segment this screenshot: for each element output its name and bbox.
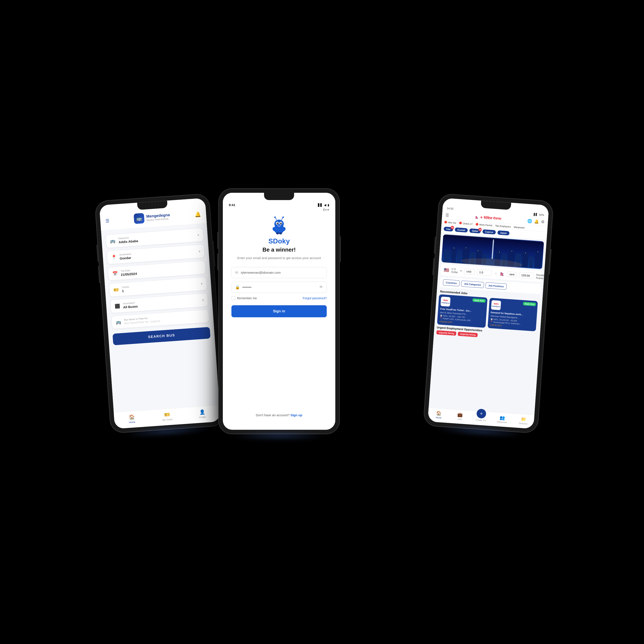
- p1-nav-ticket-label: My Ticket: [162, 418, 172, 421]
- association-icon: ⬛: [114, 303, 120, 309]
- p3-nav-manpower[interactable]: 👥 Manpower: [491, 414, 513, 424]
- tickets-field[interactable]: 🎫 Tickets 1 ▾: [109, 277, 207, 297]
- p3-tag-qatar[interactable]: Qatar14: [469, 228, 481, 234]
- p2-password-group: 🔒 👁: [231, 282, 327, 293]
- p3-ql-employers[interactable]: Top Employers: [495, 224, 511, 228]
- p1-logo-icon: 🚌: [134, 213, 144, 224]
- eye-icon[interactable]: 👁: [319, 285, 323, 289]
- p3-urgently-hiring-1: Urgently Hiring: [436, 330, 456, 336]
- svg-point-1: [274, 220, 284, 228]
- svg-point-9: [274, 217, 276, 218]
- p3-job-card-2[interactable]: सिप्रेसOVERSEAS Apply Now Demand for Nep…: [488, 298, 538, 331]
- p3-nav-jobs[interactable]: 💼 Jobs: [449, 412, 471, 421]
- create-cv-button[interactable]: +: [476, 409, 486, 419]
- p3-tag-cyprus[interactable]: Cyprus: [482, 229, 496, 234]
- p3-nav-create-label: Create CV: [476, 419, 486, 422]
- departure-field[interactable]: 🚌 Departure Addis Ababa ▾: [106, 228, 204, 248]
- hamburger-icon[interactable]: ☰: [105, 218, 109, 223]
- p3-nav-home[interactable]: 🏠 Home: [428, 410, 450, 420]
- p3-tag-uae[interactable]: Uae44: [444, 227, 453, 232]
- p3-flag-np: 🇳🇵: [475, 215, 479, 219]
- signin-button[interactable]: Sign in: [231, 305, 327, 317]
- job-categories-button[interactable]: Job Categories: [461, 281, 484, 288]
- p1-body: 🚌 Departure Addis Ababa ▾ 📍 Destination …: [101, 223, 219, 412]
- p3-currency-dropdown[interactable]: ▾: [460, 269, 462, 273]
- p3-ql-hire[interactable]: 🔴 Hire me: [444, 221, 456, 224]
- p3-nav-directory-label: Directory: [519, 422, 528, 425]
- p2-remember-row: Remember me Forgot password?: [231, 296, 327, 300]
- p3-status-icons: ▋▋ 32%: [534, 213, 544, 217]
- signup-link[interactable]: Sign up: [290, 413, 302, 417]
- p3-nav-create[interactable]: + Create CV: [470, 413, 492, 422]
- p3-ql-manpower[interactable]: Manpower: [514, 225, 525, 229]
- p3-directory-icon: 📁: [521, 416, 526, 422]
- p1-nav-home[interactable]: 🏠 Home: [114, 413, 150, 425]
- p3-bell-icon[interactable]: 🔔: [534, 219, 539, 224]
- p2-status-icons: ▋▋ ◀ ▮: [318, 203, 329, 207]
- p3-job-card-1[interactable]: सिप्रेसOVERSEAS Apply Now Free Visa/Free…: [437, 294, 488, 328]
- p3-npr-code[interactable]: [507, 271, 517, 278]
- trip-date-field[interactable]: 📅 Trip Date 21/05/2024: [108, 261, 206, 281]
- signup-text: Don't have an account?: [256, 413, 290, 417]
- p3-npr-value[interactable]: [519, 272, 534, 279]
- remember-checkbox[interactable]: [231, 296, 235, 300]
- p2-app-name: SDoky: [268, 237, 290, 245]
- phone-center-screen: 9:41 ▋▋ ◀ ▮ En ▾: [223, 193, 335, 430]
- destination-field[interactable]: 📍 Destination Gondar ▾: [107, 244, 205, 264]
- p3-tag-japan[interactable]: Japan: [497, 230, 510, 235]
- lock-icon: 🔒: [235, 285, 240, 290]
- p3-globe-icon[interactable]: 🌐: [527, 219, 532, 223]
- p2-lang-label: En: [323, 208, 327, 211]
- p3-equals: =: [495, 272, 497, 275]
- p3-settings-icon[interactable]: ⚙: [541, 219, 545, 224]
- search-bus-button[interactable]: SEARCH BUS: [112, 327, 211, 345]
- svg-point-15: [279, 232, 282, 234]
- p3-menu-icon[interactable]: ☰: [445, 213, 449, 218]
- svg-point-11: [283, 217, 284, 218]
- p3-ql-check[interactable]: 🔴 Check LT: [459, 222, 473, 225]
- sDoky-mascot: [268, 216, 290, 237]
- job-positions-button[interactable]: Job Positions: [485, 282, 507, 290]
- countries-button[interactable]: Countries: [443, 279, 460, 286]
- p3-ql-permit[interactable]: 🔴 Work Permit: [475, 223, 492, 227]
- p3-job-logo-1: सिप्रेसOVERSEAS: [440, 296, 451, 307]
- p3-apply-badge-1[interactable]: Apply Now: [472, 298, 486, 303]
- p3-signal-icon: ▋▋: [534, 213, 538, 216]
- p3-app-name: ✈ वैदेशिक रोजगार: [480, 216, 501, 221]
- battery-icon: ▮: [328, 203, 329, 207]
- bell-icon[interactable]: 🔔: [194, 211, 201, 218]
- bus-name-field[interactable]: 🚌 Bus Name or Plate No. Bus Name/Plate N…: [111, 309, 209, 329]
- p1-logo-text: Mengedegna Big Bus Ticket Booking: [146, 213, 170, 222]
- p3-usd-value[interactable]: [477, 269, 492, 276]
- p2-time: 9:41: [229, 203, 235, 207]
- p2-lang-row: En ▾: [223, 208, 335, 211]
- svg-rect-19: [444, 249, 450, 262]
- phone-center-shadow: [231, 431, 327, 440]
- p1-nav-ticket[interactable]: 🎫 My Ticket: [149, 411, 185, 422]
- p3-home-icon: 🏠: [436, 410, 442, 416]
- wifi-icon: ◀: [324, 203, 326, 207]
- p2-language-selector[interactable]: En ▾: [323, 208, 329, 211]
- p2-password-wrap: 🔒 👁: [231, 282, 327, 293]
- home-icon: 🏠: [129, 414, 135, 420]
- destination-content: Destination Gondar: [119, 248, 196, 260]
- svg-rect-30: [521, 252, 529, 267]
- p3-jobs-icon: 💼: [457, 412, 463, 418]
- p3-usd-input[interactable]: [464, 268, 475, 275]
- p3-time: 14:33: [447, 207, 453, 210]
- p1-nav-profile[interactable]: 👤 Profile: [184, 408, 220, 420]
- association-field[interactable]: ⬛ Association All Buses ▾: [110, 293, 208, 313]
- p3-tag-kuwait[interactable]: Kuwait: [455, 227, 468, 232]
- p3-nav-directory[interactable]: 📁 Directory: [513, 416, 534, 425]
- p3-apply-badge-2[interactable]: Apply Now: [523, 302, 536, 306]
- p3-screen: 14:33 ▋▋ 32% ☰ 🇳🇵 ✈ वैदेशिक रोजगार 🌐 🔔: [428, 198, 549, 429]
- remember-me-label[interactable]: Remember me: [231, 296, 257, 300]
- email-input[interactable]: [241, 271, 323, 274]
- password-input[interactable]: [242, 285, 317, 289]
- p1-nav-profile-label: Profile: [199, 416, 206, 419]
- p3-nav-manpower-label: Manpower: [497, 421, 507, 424]
- p3-usd-name: U.S. Dollar: [451, 267, 458, 274]
- forgot-password-link[interactable]: Forgot password?: [303, 296, 327, 300]
- destination-icon: 📍: [111, 254, 117, 260]
- p3-nav-jobs-label: Jobs: [457, 418, 462, 420]
